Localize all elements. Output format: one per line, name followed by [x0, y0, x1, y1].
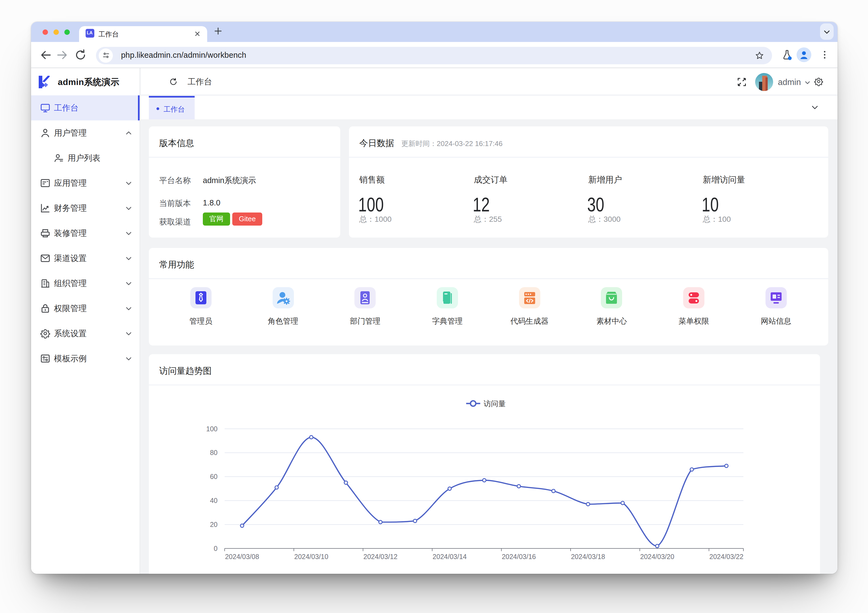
svg-text:2024/03/18: 2024/03/18 — [571, 553, 605, 560]
svg-text:2024/03/08: 2024/03/08 — [225, 553, 259, 560]
svg-text:2024/03/16: 2024/03/16 — [502, 553, 536, 560]
svg-text:2024/03/10: 2024/03/10 — [294, 553, 328, 560]
svg-text:0: 0 — [214, 545, 217, 552]
svg-text:80: 80 — [210, 449, 217, 456]
svg-text:2024/03/14: 2024/03/14 — [432, 553, 467, 560]
svg-text:2024/03/20: 2024/03/20 — [640, 553, 674, 560]
svg-text:2024/03/12: 2024/03/12 — [363, 553, 397, 560]
svg-text:2024/03/22: 2024/03/22 — [709, 553, 743, 560]
svg-text:100: 100 — [206, 425, 217, 433]
svg-text:60: 60 — [210, 473, 217, 480]
svg-text:40: 40 — [210, 497, 217, 504]
svg-text:访问量: 访问量 — [484, 400, 506, 408]
svg-text:20: 20 — [210, 521, 217, 528]
